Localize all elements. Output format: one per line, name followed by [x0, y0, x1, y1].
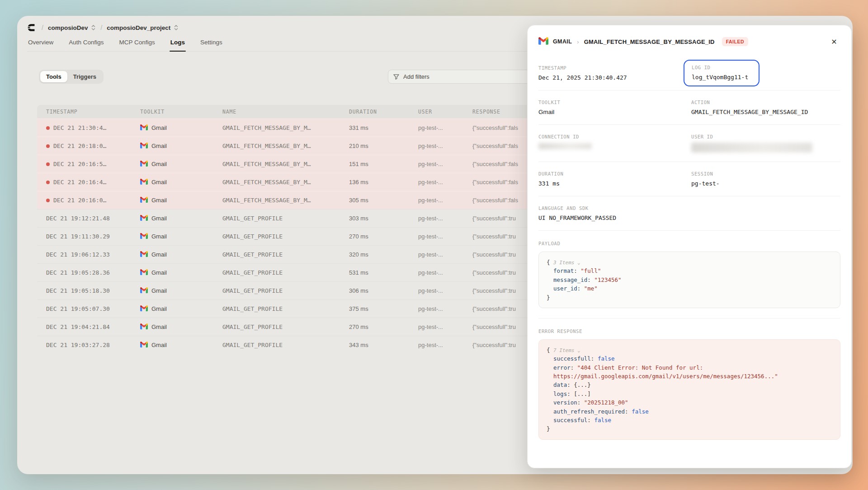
cell-name: GMAIL_GET_PROFILE	[222, 251, 349, 258]
cell-duration: 331 ms	[349, 124, 418, 131]
code-line: data: {...}	[547, 381, 832, 389]
cell-toolkit: Gmail	[140, 287, 222, 295]
field-user-id: USER ID	[691, 134, 840, 152]
breadcrumb: / composioDev / composioDev_project	[26, 19, 179, 36]
add-filters-input[interactable]: Add filters	[388, 70, 549, 84]
code-line: error: "404 Client Error: Not Found for …	[547, 363, 832, 372]
cell-duration: 210 ms	[349, 143, 418, 149]
gmail-icon	[140, 161, 148, 168]
field-row-duration-session: DURATION 331 ms SESSION pg-test-	[538, 162, 840, 196]
field-value: UI NO_FRAMEWORK_PASSED	[538, 214, 840, 221]
gmail-icon	[140, 179, 148, 186]
cell-user: pg-test-...	[418, 323, 472, 330]
cell-name: GMAIL_GET_PROFILE	[222, 323, 349, 330]
error-response-box[interactable]: { 7 Items ⌄ successfull: false error: "4…	[538, 339, 840, 440]
cell-duration: 343 ms	[349, 342, 418, 348]
cell-timestamp: DEC 21 19:06:12.33	[46, 251, 140, 258]
cell-timestamp: DEC 21 19:05:07.30	[46, 305, 140, 312]
gmail-icon	[140, 269, 148, 276]
payload-section: PAYLOAD { 3 Items ⌄ format: "full" messa…	[538, 241, 840, 319]
cell-name: GMAIL_GET_PROFILE	[222, 269, 349, 276]
toggle-tools[interactable]: Tools	[40, 71, 67, 82]
cell-user: pg-test-...	[418, 342, 472, 348]
field-label: LANGUAGE AND SDK	[538, 205, 840, 211]
failed-badge: FAILED	[722, 37, 748, 46]
close-icon: ✕	[831, 38, 837, 46]
cell-duration: 306 ms	[349, 287, 418, 294]
org-select[interactable]: composioDev	[48, 24, 96, 31]
status-dot	[46, 126, 50, 130]
status-dot	[46, 199, 50, 202]
tab-mcp-configs[interactable]: MCP Configs	[118, 38, 156, 51]
cell-name: GMAIL_FETCH_MESSAGE_BY_M…	[222, 197, 349, 204]
cell-name: GMAIL_GET_PROFILE	[222, 287, 349, 294]
field-label: TIMESTAMP	[538, 65, 691, 71]
gmail-icon	[140, 305, 148, 313]
column-toolkit: TOOLKIT	[140, 109, 222, 115]
payload-box[interactable]: { 3 Items ⌄ format: "full" message_id: "…	[538, 252, 840, 308]
cell-duration: 531 ms	[349, 269, 418, 276]
field-value: GMAIL_FETCH_MESSAGE_BY_MESSAGE_ID	[691, 109, 840, 115]
tab-logs[interactable]: Logs	[170, 38, 186, 51]
panel-toolkit-name: GMAIL	[553, 38, 572, 45]
cell-name: GMAIL_GET_PROFILE	[222, 215, 349, 222]
toggle-triggers[interactable]: Triggers	[67, 71, 102, 82]
cell-toolkit: Gmail	[140, 269, 222, 276]
field-session: SESSION pg-test-	[691, 171, 840, 187]
field-value: pg-test-	[691, 180, 840, 187]
gmail-icon	[140, 251, 148, 258]
cell-toolkit: Gmail	[140, 233, 222, 240]
gmail-icon	[140, 342, 148, 349]
breadcrumb-separator: /	[42, 24, 43, 31]
cell-timestamp: DEC 21 20:18:0…	[46, 143, 140, 149]
composio-logo[interactable]	[26, 22, 37, 33]
log-detail-panel: GMAIL › GMAIL_FETCH_MESSAGE_BY_MESSAGE_I…	[527, 25, 852, 468]
field-duration: DURATION 331 ms	[538, 171, 691, 187]
project-select[interactable]: composioDev_project	[107, 24, 179, 31]
code-line: https://gmail.googleapis.com/gmail/v1/us…	[547, 372, 832, 381]
cell-toolkit: Gmail	[140, 143, 222, 150]
code-line: { 7 Items ⌄	[547, 346, 832, 354]
cell-name: GMAIL_FETCH_MESSAGE_BY_M…	[222, 124, 349, 131]
cell-timestamp: DEC 21 20:16:4…	[46, 179, 140, 186]
field-value: 331 ms	[538, 180, 691, 187]
cell-duration: 270 ms	[349, 323, 418, 330]
field-row-toolkit-action: TOOLKIT Gmail ACTION GMAIL_FETCH_MESSAGE…	[538, 90, 840, 125]
payload-label: PAYLOAD	[538, 241, 840, 246]
cell-user: pg-test-...	[418, 287, 472, 294]
code-line: auth_refresh_required: false	[547, 407, 832, 416]
filter-icon	[393, 74, 399, 80]
status-dot	[46, 144, 50, 148]
field-language-sdk: LANGUAGE AND SDK UI NO_FRAMEWORK_PASSED	[538, 205, 840, 221]
error-response-label: ERROR RESPONSE	[538, 328, 840, 334]
cell-duration: 136 ms	[349, 179, 418, 186]
gmail-icon	[140, 323, 148, 331]
cell-user: pg-test-...	[418, 305, 472, 312]
chevron-right-icon: ›	[577, 38, 579, 45]
field-label: CONNECTION ID	[538, 134, 691, 139]
field-label: LOG ID	[692, 65, 751, 70]
code-line: }	[547, 293, 832, 302]
gmail-icon	[140, 215, 148, 222]
log-id-highlight[interactable]: LOG ID log_tVqomBgg11-t	[684, 60, 760, 86]
field-toolkit: TOOLKIT Gmail	[538, 100, 691, 115]
cell-name: GMAIL_GET_PROFILE	[222, 305, 349, 312]
cell-timestamp: DEC 21 20:16:0…	[46, 197, 140, 204]
gmail-icon	[140, 143, 148, 150]
cell-duration: 151 ms	[349, 161, 418, 167]
gmail-icon	[140, 287, 148, 295]
cell-timestamp: DEC 21 19:04:21.84	[46, 323, 140, 330]
field-row-language: LANGUAGE AND SDK UI NO_FRAMEWORK_PASSED	[538, 196, 840, 231]
chevron-updown-icon	[174, 24, 179, 31]
tab-overview[interactable]: Overview	[27, 38, 54, 51]
cell-toolkit: Gmail	[140, 124, 222, 132]
tab-settings[interactable]: Settings	[199, 38, 223, 51]
tab-auth-configs[interactable]: Auth Configs	[68, 38, 104, 51]
cell-timestamp: DEC 21 19:11:30.29	[46, 233, 140, 240]
cell-user: pg-test-...	[418, 215, 472, 222]
panel-body: TIMESTAMP Dec 21, 2025 21:30:40.427 LOG …	[528, 56, 851, 440]
code-line: }	[547, 424, 832, 433]
field-label: DURATION	[538, 171, 691, 176]
gmail-icon	[140, 197, 148, 204]
close-button[interactable]: ✕	[828, 35, 840, 48]
